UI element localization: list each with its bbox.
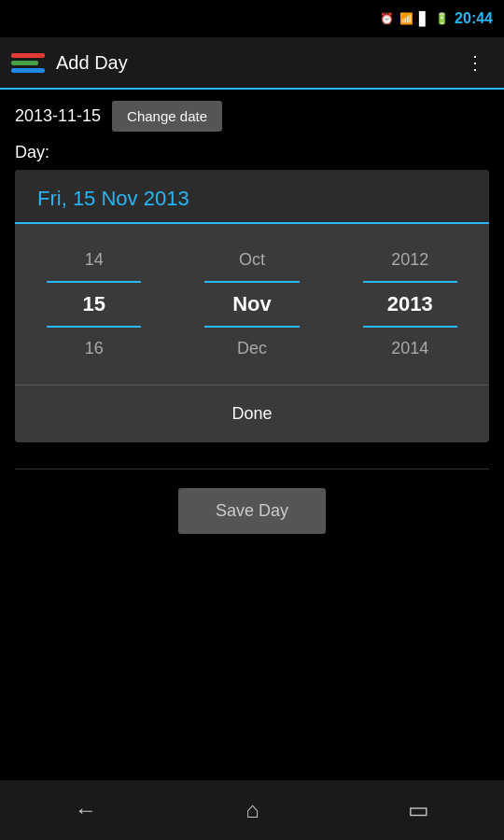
date-row: 2013-11-15 Change date (15, 101, 489, 132)
year-next[interactable]: 2014 (331, 328, 489, 370)
save-button-container: Save Day (15, 488, 489, 534)
day-prev[interactable]: 14 (15, 239, 173, 281)
done-button[interactable]: Done (194, 400, 309, 427)
home-button[interactable] (223, 790, 282, 831)
save-divider (15, 469, 489, 469)
back-button[interactable] (52, 790, 119, 831)
alarm-icon (380, 12, 394, 25)
logo-line-1 (11, 53, 45, 58)
change-date-button[interactable]: Change date (112, 101, 222, 132)
app-title: Add Day (56, 52, 458, 74)
overflow-menu-button[interactable]: ⋮ (458, 44, 493, 81)
month-picker-column[interactable]: Oct Nov Dec (173, 239, 330, 370)
day-label: Day: (15, 143, 489, 162)
app-logo (11, 46, 45, 79)
status-time: 20:44 (455, 10, 493, 27)
recents-button[interactable] (385, 790, 452, 831)
year-picker-column[interactable]: 2012 2013 2014 (331, 239, 489, 370)
year-selected[interactable]: 2013 (331, 281, 489, 328)
selected-date-title: Fri, 15 Nov 2013 (37, 187, 189, 210)
logo-line-3 (11, 68, 45, 73)
logo-line-2 (11, 61, 38, 65)
date-display: 2013-11-15 (15, 106, 101, 126)
day-selected[interactable]: 15 (15, 281, 173, 328)
picker-area: 14 15 16 Oct Nov Dec 2012 2013 2014 (15, 224, 489, 385)
app-bar: Add Day ⋮ (0, 37, 504, 90)
signal-icon (419, 11, 429, 26)
day-picker-column[interactable]: 14 15 16 (15, 239, 173, 370)
month-prev[interactable]: Oct (173, 239, 330, 281)
save-day-button[interactable]: Save Day (178, 488, 326, 534)
dialog-footer: Done (15, 385, 489, 442)
wifi-icon (399, 12, 413, 25)
month-selected[interactable]: Nov (173, 281, 330, 328)
year-prev[interactable]: 2012 (331, 239, 489, 281)
month-next[interactable]: Dec (173, 328, 330, 370)
status-bar: 20:44 (0, 0, 504, 37)
main-content: 2013-11-15 Change date Day: Fri, 15 Nov … (0, 90, 504, 469)
save-section: Save Day (0, 469, 504, 534)
status-icons: 20:44 (380, 10, 493, 27)
battery-icon (435, 12, 449, 25)
day-next[interactable]: 16 (15, 328, 173, 370)
dialog-header: Fri, 15 Nov 2013 (15, 170, 489, 224)
nav-bar (0, 780, 504, 840)
date-picker-dialog: Fri, 15 Nov 2013 14 15 16 Oct Nov Dec 20… (15, 170, 489, 442)
